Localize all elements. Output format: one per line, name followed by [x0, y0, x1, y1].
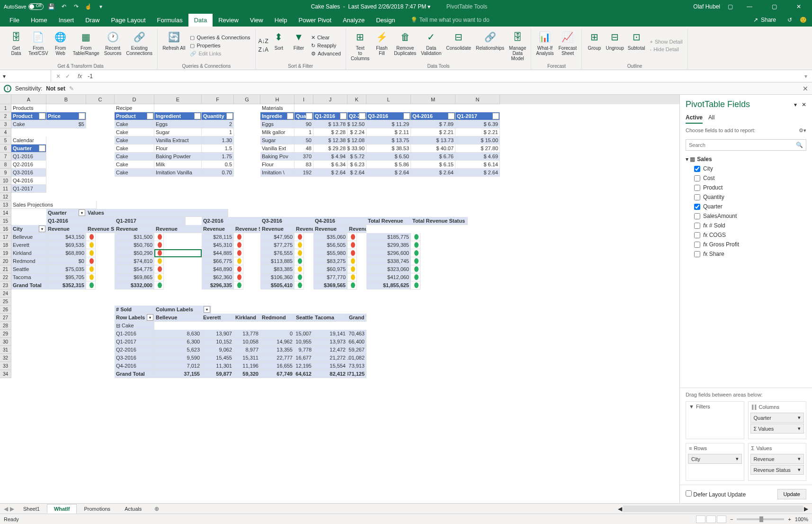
tab-design[interactable]: Design — [370, 14, 401, 27]
tab-formulas[interactable]: Formulas — [152, 14, 188, 27]
cell[interactable]: Cake — [115, 161, 154, 169]
cell[interactable]: Eggs — [260, 120, 294, 128]
cell[interactable]: $299,385 — [366, 241, 411, 249]
cell[interactable]: Revenue Status — [234, 225, 260, 233]
cell[interactable]: 16,655 — [260, 362, 294, 370]
cell[interactable]: $76,555 — [260, 249, 294, 257]
cell[interactable]: 13,355 — [260, 346, 294, 354]
cell[interactable]: 50 — [294, 136, 313, 145]
cell[interactable]: $ 2.64 — [455, 169, 500, 177]
col-header[interactable]: H — [260, 95, 294, 104]
cell[interactable]: Milk — [154, 161, 202, 169]
col-header[interactable]: M — [411, 95, 455, 104]
redo-icon[interactable]: ↷ — [72, 2, 80, 11]
cell[interactable]: Q2-2016 — [11, 161, 46, 169]
from-web-button[interactable]: 🌐FromWeb — [51, 28, 70, 63]
close-button[interactable]: ✕ — [789, 0, 808, 13]
cell[interactable]: 1.5 — [202, 145, 234, 153]
row-header[interactable]: 21 — [0, 265, 11, 273]
cell[interactable]: Everett — [11, 241, 46, 249]
cell[interactable]: 11,196 — [234, 362, 260, 370]
cell[interactable]: Revenue — [154, 225, 202, 233]
scroll-left-icon[interactable]: ◀ — [618, 506, 622, 512]
tab-page-layout[interactable]: Page Layout — [106, 14, 152, 27]
cell[interactable]: Baking Powder — [154, 153, 202, 161]
cell[interactable]: 59,320 — [234, 370, 260, 378]
col-header[interactable]: K — [348, 95, 366, 104]
cell[interactable]: Revenue — [115, 225, 154, 233]
cell[interactable]: Quarter▾ — [46, 209, 86, 217]
cell[interactable]: $31,500 — [115, 233, 154, 241]
row-header[interactable]: 16 — [0, 225, 11, 233]
cell[interactable]: Kirkland — [234, 314, 260, 322]
filters-area[interactable]: ▼ Filters — [686, 401, 744, 439]
cell[interactable]: $77,770 — [313, 273, 348, 281]
cell[interactable]: Total Revenue Status — [411, 217, 468, 225]
cell[interactable]: $ 6.14 — [455, 161, 500, 169]
cell[interactable]: $ 5.86 — [366, 161, 411, 169]
what-if-analysis-button[interactable]: 📊What-IfAnalysis — [534, 28, 555, 63]
cell[interactable]: Q4-2016▾ — [411, 112, 455, 120]
cell[interactable]: $338,745 — [366, 257, 411, 265]
row-header[interactable]: 34 — [0, 370, 11, 378]
cell[interactable]: 7,012 — [154, 362, 202, 370]
cell[interactable]: $ 2.21 — [455, 128, 500, 136]
col-header[interactable]: B — [46, 95, 86, 104]
zoom-slider[interactable] — [737, 518, 784, 520]
values-area[interactable]: Σ Values Revenue▾ Revenue Status▾ — [748, 443, 807, 481]
cell[interactable]: $28,115 — [202, 233, 234, 241]
cell[interactable]: Product▾ — [11, 112, 46, 120]
tab-analyze[interactable]: Analyze — [337, 14, 370, 27]
cell[interactable]: Revenue — [260, 225, 294, 233]
col-header[interactable]: E — [154, 95, 202, 104]
sensitivity-icon[interactable]: i — [4, 85, 11, 92]
cell[interactable]: Revenu — [294, 225, 313, 233]
cell[interactable]: Q1-2016 — [11, 153, 46, 161]
name-box[interactable]: ▾ — [0, 70, 51, 82]
filter-dropdown-icon[interactable]: ▾ — [403, 113, 410, 119]
cell[interactable]: $62,360 — [202, 273, 234, 281]
cell[interactable]: $106,360 — [260, 273, 294, 281]
row-header[interactable]: 28 — [0, 322, 11, 330]
tab-help[interactable]: Help — [269, 14, 293, 27]
cell[interactable]: $68,890 — [46, 249, 86, 257]
cell[interactable]: Revenue Sta — [86, 225, 115, 233]
cell[interactable]: Redmond — [260, 314, 294, 322]
filter-dropdown-icon[interactable]: ▾ — [39, 145, 45, 152]
cell[interactable]: 67,749 — [260, 370, 294, 378]
row-header[interactable]: 17 — [0, 233, 11, 241]
col-header[interactable]: F — [202, 95, 234, 104]
cell[interactable]: Cake — [115, 169, 154, 177]
cell[interactable] — [154, 249, 202, 257]
remove-duplicates-button[interactable]: 🗑RemoveDuplicates — [392, 28, 418, 63]
row-header[interactable]: 22 — [0, 273, 11, 281]
cell[interactable]: $ 6.23 — [348, 161, 366, 169]
cell[interactable]: $45,310 — [202, 241, 234, 249]
row-header[interactable]: 23 — [0, 281, 11, 289]
row-header[interactable]: 3 — [0, 120, 11, 128]
cell[interactable]: 13,907 — [202, 330, 234, 338]
from-table-range-button[interactable]: ▦FromTable/Range — [71, 28, 101, 63]
cell[interactable]: 371,125 — [348, 370, 366, 378]
queries-connections[interactable]: ▢ Queries & Connections — [188, 34, 252, 42]
cell[interactable]: Calendar — [11, 136, 46, 145]
cell[interactable]: Q4-2016 — [115, 362, 154, 370]
cell[interactable]: 59,267 — [348, 346, 366, 354]
cell[interactable]: Q3-2016 — [115, 354, 154, 362]
cell[interactable]: Imitation Vanilla — [154, 169, 202, 177]
row-header[interactable]: 1 — [0, 104, 11, 112]
cell[interactable]: Imitation \ — [260, 169, 294, 177]
rows-area[interactable]: ≡ Rows City▾ — [686, 443, 744, 481]
cell[interactable]: 1.75 — [202, 153, 234, 161]
zoom-level[interactable]: 100% — [795, 516, 808, 522]
row-header[interactable]: 19 — [0, 249, 11, 257]
col-header[interactable]: D — [115, 95, 154, 104]
row-header[interactable]: 6 — [0, 145, 11, 153]
row-header[interactable]: 25 — [0, 298, 11, 306]
cancel-icon[interactable]: ✕ — [56, 73, 61, 80]
properties[interactable]: ▢ Properties — [188, 42, 252, 50]
cell[interactable]: Q3-2016 — [11, 169, 46, 177]
sheet-tab-whatif[interactable]: WhatIf — [47, 504, 77, 514]
cell[interactable]: Revenue — [202, 225, 234, 233]
zoom-out-icon[interactable]: − — [730, 516, 733, 522]
